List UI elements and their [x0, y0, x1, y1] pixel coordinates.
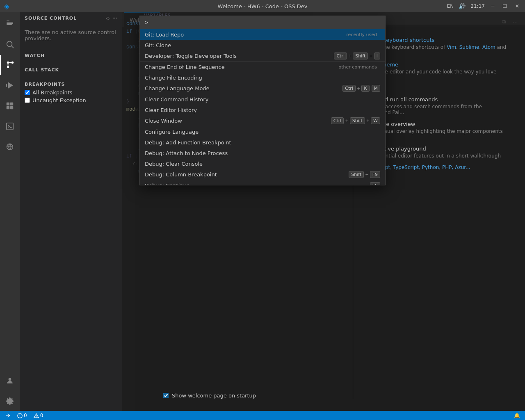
command-label-debug-add-bp: Debug: Add Function Breakpoint: [145, 139, 380, 146]
command-item-clear-editor-hist[interactable]: Clear Editor History: [140, 105, 385, 115]
command-label-git-load-repo: Git: Load Repo: [145, 32, 346, 38]
command-item-debug-add-bp[interactable]: Debug: Add Function Breakpoint: [140, 137, 385, 148]
titlebar-maximize[interactable]: ☐: [501, 3, 509, 9]
command-label-change-encoding: Change File Encoding: [145, 75, 380, 81]
command-item-debug-attach[interactable]: Debug: Attach to Node Process: [140, 148, 385, 158]
command-label-debug-continue: Debug: Continue: [145, 183, 370, 185]
command-label-clear-cmd-hist: Clear Command History: [145, 96, 380, 103]
command-palette-input[interactable]: [140, 16, 385, 29]
clock: 21:17: [470, 3, 485, 9]
command-item-dev-toggle-tools[interactable]: Developer: Toggle Developer Tools Ctrl +…: [140, 50, 385, 62]
command-label-dev-toggle: Developer: Toggle Developer Tools: [145, 53, 334, 59]
command-label-git-clone: Git: Clone: [145, 42, 380, 48]
window-title: Welcome - HW6 - Code - OSS Dev: [217, 3, 307, 9]
command-badge-other-commands: other commands: [339, 64, 380, 70]
command-item-git-load-repo[interactable]: Git: Load Repo recently used: [140, 29, 385, 40]
command-item-debug-col-bp[interactable]: Debug: Column Breakpoint Shift + F9: [140, 169, 385, 180]
command-item-clear-cmd-hist[interactable]: Clear Command History: [140, 94, 385, 105]
command-item-configure-lang[interactable]: Configure Language: [140, 126, 385, 137]
command-badge-recently-used: recently used: [346, 32, 380, 37]
volume-icon: 🔊: [459, 3, 466, 9]
command-item-change-eol[interactable]: Change End of Line Sequence other comman…: [140, 62, 385, 72]
command-item-debug-clear[interactable]: Debug: Clear Console: [140, 158, 385, 169]
titlebar-controls: EN 🔊 21:17 ─ ☐ ✕: [447, 3, 521, 9]
command-item-git-clone[interactable]: Git: Clone: [140, 40, 385, 50]
command-palette: Git: Load Repo recently used Git: Clone …: [139, 16, 386, 185]
shortcut-close-window: Ctrl + Shift + W: [331, 117, 380, 124]
command-label-clear-editor-hist: Clear Editor History: [145, 107, 380, 113]
command-label-debug-col-bp: Debug: Column Breakpoint: [145, 171, 349, 178]
keyboard-indicator: EN: [447, 3, 454, 9]
command-label-debug-attach: Debug: Attach to Node Process: [145, 150, 380, 156]
shortcut-debug-col-bp: Shift + F9: [349, 171, 380, 178]
command-list: Git: Load Repo recently used Git: Clone …: [140, 29, 385, 185]
command-label-configure-lang: Configure Language: [145, 129, 380, 135]
app-icon: ◈: [4, 2, 9, 10]
command-item-debug-continue[interactable]: Debug: Continue F5: [140, 180, 385, 185]
titlebar-minimize[interactable]: ─: [490, 3, 496, 9]
command-label-close-window: Close Window: [145, 118, 331, 124]
command-label-change-eol: Change End of Line Sequence: [145, 64, 339, 70]
titlebar-close[interactable]: ✕: [514, 3, 521, 9]
command-label-change-lang: Change Language Mode: [145, 85, 342, 91]
shortcut-debug-continue: F5: [370, 182, 380, 185]
titlebar: ◈ Welcome - HW6 - Code - OSS Dev EN 🔊 21…: [0, 0, 525, 12]
command-item-change-lang[interactable]: Change Language Mode Ctrl + K M: [140, 83, 385, 94]
shortcut-dev-toggle: Ctrl + Shift + I: [334, 52, 380, 59]
command-palette-overlay[interactable]: Git: Load Repo recently used Git: Clone …: [122, 12, 525, 411]
command-label-debug-clear: Debug: Clear Console: [145, 161, 380, 167]
editor-area: Welcome ⧉ ⋯ VARIABLES const uri = result…: [122, 12, 525, 411]
command-item-close-window[interactable]: Close Window Ctrl + Shift + W: [140, 115, 385, 126]
main-container: Source Control ◇ ⋯ There are no active s…: [0, 12, 525, 411]
command-item-change-encoding[interactable]: Change File Encoding: [140, 72, 385, 83]
shortcut-change-lang: Ctrl + K M: [342, 85, 380, 92]
